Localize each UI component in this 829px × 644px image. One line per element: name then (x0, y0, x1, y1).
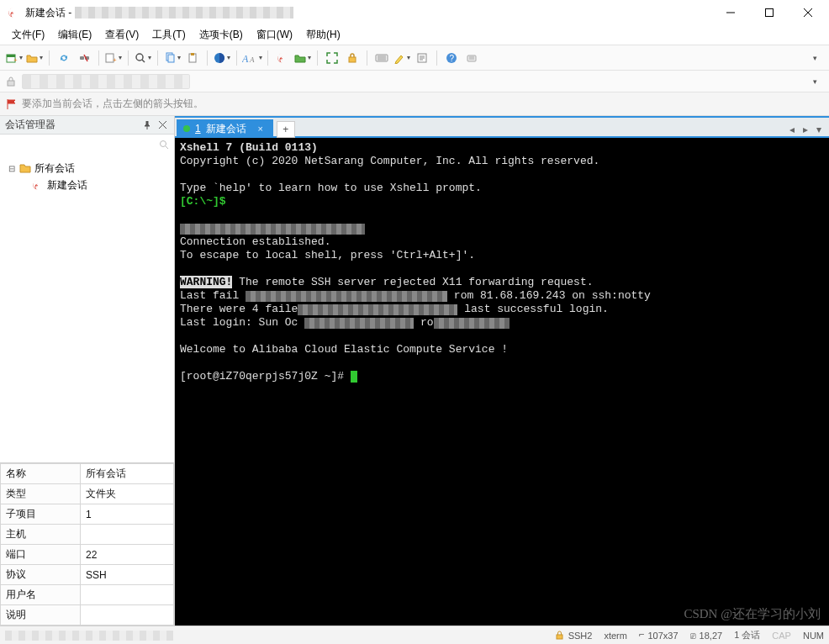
reconnect-icon[interactable] (55, 49, 73, 67)
tab-active[interactable]: 1 新建会话 × (177, 119, 273, 138)
help-icon[interactable]: ? (442, 49, 461, 67)
term-prompt: [C:\~]$ (180, 195, 226, 208)
hint-bar: 要添加当前会话，点击左侧的箭头按钮。 (0, 92, 829, 116)
svg-point-38 (161, 141, 166, 147)
main-area: 1 新建会话 × + ◂ ▸ ▾ Xshell 7 (Build 0113) C… (175, 116, 829, 626)
toolbar-overflow-icon[interactable]: ▾ (805, 49, 824, 67)
status-pos: ⎚18,27 (690, 631, 723, 641)
sidebar-search-input[interactable] (5, 137, 156, 152)
script-icon[interactable] (413, 49, 431, 67)
addrbar-overflow-icon[interactable]: ▾ (805, 72, 824, 91)
tab-label: 新建会话 (206, 122, 246, 136)
highlight-icon[interactable] (393, 49, 411, 67)
svg-line-39 (166, 146, 168, 149)
svg-text:+: + (13, 56, 18, 64)
disconnect-icon[interactable] (75, 49, 93, 67)
tab-close-icon[interactable]: × (255, 123, 267, 135)
tab-menu-icon[interactable]: ▾ (812, 121, 826, 138)
ssh-lock-icon (555, 631, 565, 641)
svg-rect-15 (168, 55, 174, 62)
toolbar: + + AA ? ▾ (0, 45, 829, 71)
xftp-icon[interactable] (293, 49, 312, 67)
tab-next-icon[interactable]: ▸ (799, 121, 812, 138)
menu-window[interactable]: 窗口(W) (250, 25, 299, 45)
sidebar-title: 会话管理器 (5, 118, 139, 132)
fullscreen-icon[interactable] (323, 49, 341, 67)
session-tree: ⊟ 所有会话 新建会话 (0, 155, 174, 462)
term-line: ro (420, 316, 434, 329)
prop-user-label: 用户名 (1, 585, 81, 605)
menu-file[interactable]: 文件(F) (5, 25, 51, 45)
term-line: There were 4 faile (180, 303, 298, 315)
tree-session-label: 新建会话 (47, 178, 87, 193)
find-icon[interactable] (134, 49, 152, 67)
title-bar: 新建会话 - (0, 0, 829, 25)
svg-point-12 (136, 54, 143, 61)
status-size: ⌐107x37 (639, 630, 679, 641)
addr-lock-icon (5, 76, 17, 87)
menu-view[interactable]: 查看(V) (98, 25, 145, 45)
tree-root[interactable]: ⊟ 所有会话 (3, 160, 171, 177)
close-button[interactable] (789, 0, 827, 25)
terminal[interactable]: Xshell 7 (Build 0113) Copyright (c) 2020… (175, 138, 829, 626)
xshell-icon[interactable] (273, 49, 292, 67)
term-line: rom 81.68.169.243 on ssh:notty (454, 289, 651, 302)
status-left-obscured (5, 631, 173, 641)
svg-rect-21 (349, 57, 356, 62)
prop-proto-label: 协议 (1, 565, 81, 585)
svg-rect-35 (8, 81, 14, 86)
new-session-icon[interactable]: + (5, 49, 24, 67)
search-icon[interactable] (159, 140, 169, 150)
keyboard-icon[interactable] (372, 49, 391, 67)
prop-desc-label: 说明 (1, 605, 81, 626)
term-line: Xshell 7 (Build 0113) (180, 141, 318, 154)
about-icon[interactable] (462, 49, 481, 67)
hint-flag-icon (7, 99, 17, 109)
minimize-button[interactable] (711, 0, 750, 25)
font-icon[interactable]: AA (242, 49, 262, 67)
color-scheme-icon[interactable] (213, 49, 231, 67)
cursor-icon (351, 371, 357, 383)
lock-icon[interactable] (343, 49, 362, 67)
term-line: Connection established. (180, 235, 330, 248)
term-line: last successful login. (464, 303, 609, 315)
prop-port-value: 22 (81, 545, 174, 565)
tree-session[interactable]: 新建会话 (3, 177, 171, 193)
svg-rect-40 (557, 635, 562, 639)
status-num: NUM (803, 631, 824, 641)
sidebar: 会话管理器 ⊟ 所有会话 新建会话 名称所有会话 类型文件夹 子项目1 (0, 116, 175, 626)
collapse-icon[interactable]: ⊟ (7, 164, 16, 173)
maximize-button[interactable] (750, 0, 789, 25)
svg-text:A: A (242, 53, 249, 64)
tab-strip: 1 新建会话 × + ◂ ▸ ▾ (175, 116, 829, 138)
tree-root-label: 所有会话 (34, 161, 75, 176)
prop-subitem-value: 1 (81, 504, 174, 525)
term-line: Type `help' to learn how to use Xshell p… (180, 182, 482, 194)
new-tab-button[interactable]: + (277, 121, 295, 138)
tab-prev-icon[interactable]: ◂ (785, 121, 799, 138)
session-icon (32, 179, 44, 191)
sidebar-close-icon[interactable] (156, 119, 169, 132)
status-sessions: 1 会话 (734, 629, 760, 641)
address-input[interactable] (22, 74, 190, 89)
svg-text:A: A (249, 55, 255, 64)
term-line: Last login: Sun Oc (180, 316, 298, 329)
sidebar-pin-icon[interactable] (140, 119, 154, 132)
term-prompt2: [root@iZ70qerpjs57j0Z ~]# (180, 370, 351, 383)
paste-icon[interactable] (183, 49, 202, 67)
copy-icon[interactable] (163, 49, 182, 67)
folder-icon (19, 162, 31, 174)
prop-name-label: 名称 (1, 464, 81, 484)
menu-help[interactable]: 帮助(H) (299, 25, 347, 45)
sidebar-search (0, 135, 174, 155)
menu-tabs[interactable]: 选项卡(B) (193, 25, 250, 45)
svg-rect-7 (80, 56, 84, 60)
menu-tools[interactable]: 工具(T) (145, 25, 192, 45)
menu-edit[interactable]: 编辑(E) (51, 25, 98, 45)
property-grid: 名称所有会话 类型文件夹 子项目1 主机 端口22 协议SSH 用户名 说明 (0, 462, 174, 626)
prop-subitem-label: 子项目 (1, 504, 81, 525)
hint-text: 要添加当前会话，点击左侧的箭头按钮。 (22, 97, 203, 111)
properties-icon[interactable]: + (104, 49, 123, 67)
open-session-icon[interactable] (25, 49, 44, 67)
status-bar: SSH2 xterm ⌐107x37 ⎚18,27 1 会话 CAP NUM (0, 626, 829, 644)
